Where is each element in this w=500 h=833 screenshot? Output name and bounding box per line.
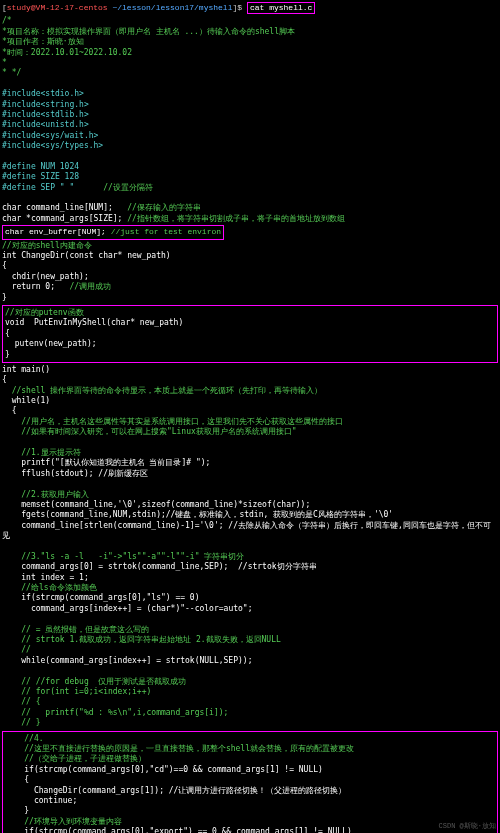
comment: //这里不直接进行替换的原因是，一旦直接替换，那整个shell就会替换，原有的配… xyxy=(5,744,354,753)
comment: //保存输入的字符串 xyxy=(127,203,201,212)
code-output: /* *项目名称：模拟实现操作界面（即用户名 主机名 ...）待输入命令的she… xyxy=(2,16,498,224)
code: command_line[strlen(command_line)-1]='\0… xyxy=(2,521,491,540)
comment: // printf("%d : %s\n",i,command_args[i])… xyxy=(2,708,228,717)
comment: /* xyxy=(2,16,12,25)
comment: //对应的putenv函数 xyxy=(5,308,84,317)
watermark: CSDN @斯晓·放知 xyxy=(439,822,496,831)
code: { xyxy=(2,261,7,270)
comment: //对应的shell内建命令 xyxy=(2,241,92,250)
code: void PutEnvInMyShell(char* new_path) xyxy=(5,318,183,327)
code-output: //对应的shell内建命令 int ChangeDir(const char*… xyxy=(2,241,498,303)
shell-prompt: [study@VM-12-17-centos ~/lesson/lesson17… xyxy=(2,2,498,14)
include: #include<sys/wait.h> xyxy=(2,131,98,140)
code: } xyxy=(5,350,10,359)
comment: *时间：2022.10.01~2022.10.02 xyxy=(2,48,132,57)
code: command_args[index++] = (char*)"--color=… xyxy=(2,604,252,613)
comment: // for(int i=0;i<index;i++) xyxy=(2,687,151,696)
comment: //如果有时间深入研究，可以在网上搜索"Linux获取用户名的系统调用接口" xyxy=(2,427,297,436)
comment: * xyxy=(2,58,7,67)
code: fflush(stdout); //刷新缓存区 xyxy=(2,469,148,478)
include: #include<sys/types.h> xyxy=(2,141,103,150)
define: #define SIZE 128 xyxy=(2,172,79,181)
code-output: int main() { //shell 操作界面等待的命令待显示，本质上就是一… xyxy=(2,365,498,729)
comment: //环境导入到环境变量内容 xyxy=(5,817,122,826)
prompt-dollar: $ xyxy=(237,3,242,12)
comment: // } xyxy=(2,718,41,727)
comment: //设置分隔符 xyxy=(103,183,153,192)
code: char command_line[NUM]; xyxy=(2,203,113,212)
comment: //给ls命令添加颜色 xyxy=(2,583,97,592)
comment: // strtok 1.截取成功，返回字符串起始地址 2.截取失败，返回NULL xyxy=(2,635,281,644)
code: ChangeDir(command_args[1]); //让调用方进行路径切换… xyxy=(5,786,346,795)
command-text: cat myshell.c xyxy=(250,3,312,12)
code: { xyxy=(2,375,7,384)
code: { xyxy=(2,406,16,415)
code: int index = 1; xyxy=(2,573,89,582)
prompt-path: ~/lesson/lesson17/myshell xyxy=(112,3,232,12)
comment: //（交给子进程，子进程做替换） xyxy=(5,754,146,763)
code: { xyxy=(5,329,10,338)
code: char env_buffer[NUM]; xyxy=(5,227,106,236)
code: } xyxy=(2,293,7,302)
code: continue; xyxy=(5,796,77,805)
code: fgets(command_line,NUM,stdin);//键盘，标准输入，… xyxy=(2,510,393,519)
include: #include<stdio.h> xyxy=(2,89,84,98)
code: while(command_args[index++] = strtok(NUL… xyxy=(2,656,252,665)
comment: // = 虽然报错，但是故意这么写的 xyxy=(2,625,149,634)
code: { xyxy=(5,775,29,784)
code: while(1) xyxy=(2,396,50,405)
code: if(strcmp(command_args[0],"export") == 0… xyxy=(5,827,352,833)
code: chdir(new_path); xyxy=(2,272,89,281)
code: return 0; xyxy=(2,282,55,291)
highlight-box-section4: //4. //这里不直接进行替换的原因是，一旦直接替换，那整个shell就会替换… xyxy=(2,731,498,833)
comment: //shell 操作界面等待的命令待显示，本质上就是一个死循环（先打印，再等待输… xyxy=(2,386,322,395)
code: memset(command_line,'\0',sizeof(command_… xyxy=(2,500,310,509)
define: #define NUM 1024 xyxy=(2,162,79,171)
code: int ChangeDir(const char* new_path) xyxy=(2,251,171,260)
code: command_args[0] = strtok(command_line,SE… xyxy=(2,562,317,571)
comment: * */ xyxy=(2,68,21,77)
comment: //3."ls -a -l -i"->"ls""-a""-l""-i" 字符串切… xyxy=(2,552,244,561)
code: int main() xyxy=(2,365,50,374)
comment: // //for debug 仅用于测试是否截取成功 xyxy=(2,677,186,686)
comment: //just for test environ xyxy=(111,227,221,236)
comment: //用户名，主机名这些属性等其实是系统调用接口，这里我们先不关心获取这些属性的接… xyxy=(2,417,343,426)
code: } xyxy=(5,806,29,815)
command-highlight-box: cat myshell.c xyxy=(247,2,315,14)
prompt-user: study@VM-12-17-centos xyxy=(7,3,108,12)
comment: //4. xyxy=(5,734,44,743)
include: #include<stdlib.h> xyxy=(2,110,89,119)
code: if(strcmp(command_args[0],"ls") == 0) xyxy=(2,593,199,602)
include: #include<string.h> xyxy=(2,100,89,109)
code: if(strcmp(command_args[0],"cd")==0 && co… xyxy=(5,765,323,774)
comment: // xyxy=(2,645,31,654)
comment: //指针数组，将字符串切割成子串，将子串的首地址放到数组 xyxy=(127,214,345,223)
include: #include<unistd.h> xyxy=(2,120,89,129)
comment: *项目作者：斯晓·放知 xyxy=(2,37,84,46)
highlight-box-env: char env_buffer[NUM]; //just for test en… xyxy=(2,225,224,239)
code: putenv(new_path); xyxy=(5,339,97,348)
comment: // { xyxy=(2,697,41,706)
comment: //调用成功 xyxy=(69,282,111,291)
highlight-box-putenv: //对应的putenv函数 void PutEnvInMyShell(char*… xyxy=(2,305,498,363)
comment: //1.显示提示符 xyxy=(2,448,81,457)
code: char *command_args[SIZE]; xyxy=(2,214,122,223)
comment: //2.获取用户输入 xyxy=(2,490,89,499)
define: #define SEP " " xyxy=(2,183,74,192)
code: printf("[默认你知道我的主机名 当前目录]# "); xyxy=(2,458,210,467)
comment: *项目名称：模拟实现操作界面（即用户名 主机名 ...）待输入命令的shell脚… xyxy=(2,27,295,36)
